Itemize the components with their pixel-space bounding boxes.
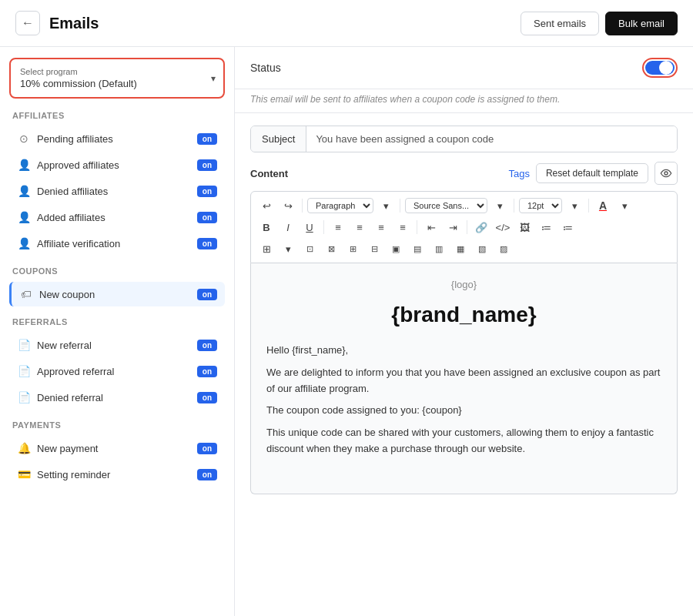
editor-container: Subject Content Tags Reset default templ…: [235, 113, 693, 616]
sidebar-item-denied-referral[interactable]: 📄 Denied referral on: [9, 385, 225, 410]
status-note: This email will be sent to affiliates wh…: [235, 89, 693, 113]
bold-button[interactable]: B: [257, 218, 276, 236]
table-action-2[interactable]: ▨: [494, 239, 513, 258]
table-action-1[interactable]: ▧: [473, 239, 491, 258]
reset-template-button[interactable]: Reset default template: [536, 163, 648, 183]
referral-approved-icon: 📄: [17, 365, 31, 377]
chevron-down-icon: ▾: [211, 73, 216, 84]
table-merge[interactable]: ▥: [430, 239, 448, 258]
paragraph-dropdown-icon[interactable]: ▾: [377, 196, 395, 215]
sidebar-item-affiliate-verification[interactable]: 👤 Affiliate verification on: [9, 231, 225, 256]
font-size-select[interactable]: 12pt: [519, 198, 562, 213]
table-row-after[interactable]: ⊟: [365, 239, 383, 258]
status-badge: on: [197, 186, 217, 197]
table-col-before[interactable]: ⊡: [300, 239, 319, 258]
table-col-after[interactable]: ⊠: [322, 239, 340, 258]
font-color-button[interactable]: A: [594, 196, 612, 215]
table-delete-row[interactable]: ▤: [408, 239, 427, 258]
bulk-email-button[interactable]: Bulk email: [605, 12, 678, 35]
align-left-button[interactable]: ≡: [329, 218, 347, 236]
status-badge: on: [197, 133, 217, 145]
svg-point-0: [665, 172, 668, 175]
link-button[interactable]: 🔗: [472, 218, 490, 236]
back-button[interactable]: ←: [15, 11, 40, 35]
preview-button[interactable]: [654, 162, 678, 185]
user-denied-icon: 👤: [17, 185, 31, 197]
table-row-before[interactable]: ⊞: [343, 239, 362, 258]
font-select[interactable]: Source Sans...: [405, 198, 487, 213]
toolbar-row-3: ⊞ ▾ ⊡ ⊠ ⊞ ⊟ ▣ ▤ ▥ ▦ ▧ ▨: [257, 239, 671, 258]
toggle-track: [645, 61, 675, 75]
image-button[interactable]: 🖼: [515, 218, 534, 236]
toolbar-row-1: ↩ ↪ Paragraph ▾ Source Sans... ▾: [257, 196, 671, 215]
header-actions: Sent emails Bulk email: [521, 12, 678, 35]
tags-link[interactable]: Tags: [508, 168, 529, 179]
align-right-button[interactable]: ≡: [372, 218, 390, 236]
font-dropdown-icon[interactable]: ▾: [490, 196, 509, 215]
sidebar-item-added-affiliates[interactable]: 👤 Added affiliates on: [9, 205, 225, 229]
table-dropdown[interactable]: ▾: [279, 239, 297, 258]
user-add-icon: 👤: [17, 211, 31, 223]
header-left: ← Emails: [15, 11, 99, 35]
code-button[interactable]: </>: [494, 218, 512, 236]
header: ← Emails Sent emails Bulk email: [0, 0, 693, 47]
underline-button[interactable]: U: [300, 218, 319, 236]
indent-left-button[interactable]: ⇤: [422, 218, 440, 236]
sidebar-item-label: Pending affiliates: [37, 133, 113, 145]
select-program-dropdown[interactable]: Select program 10% commission (Default) …: [9, 58, 225, 99]
align-justify-button[interactable]: ≡: [393, 218, 412, 236]
sidebar-item-approved-referral[interactable]: 📄 Approved referral on: [9, 359, 225, 383]
divider: [467, 220, 467, 234]
select-program-label: Select program: [20, 67, 214, 76]
card-icon: 💳: [17, 468, 31, 480]
fontsize-dropdown-icon[interactable]: ▾: [565, 196, 584, 215]
status-toggle[interactable]: [642, 58, 678, 78]
divider: [323, 220, 324, 234]
status-badge: on: [197, 212, 217, 223]
email-paragraph-1: We are delighted to inform you that you …: [266, 365, 661, 397]
toolbar-row-2: B I U ≡ ≡ ≡ ≡ ⇤ ⇥ 🔗 </> 🖼: [257, 218, 671, 236]
email-logo-placeholder: {logo}: [266, 279, 661, 290]
subject-row: Subject: [250, 126, 678, 152]
table-split[interactable]: ▦: [451, 239, 470, 258]
referral-denied-icon: 📄: [17, 391, 31, 403]
status-badge: on: [197, 289, 217, 300]
redo-button[interactable]: ↪: [279, 196, 297, 215]
sidebar-item-label: Denied referral: [37, 392, 103, 403]
ordered-list-button[interactable]: ≔: [558, 218, 577, 236]
editor-body[interactable]: {logo} {brand_name} Hello {first_name}, …: [250, 263, 678, 494]
font-color-dropdown[interactable]: ▾: [615, 196, 634, 215]
table-delete-col[interactable]: ▣: [387, 239, 405, 258]
paragraph-select[interactable]: Paragraph: [307, 198, 373, 213]
content-toolbar-row: Content Tags Reset default template: [250, 162, 678, 185]
sidebar-item-new-referral[interactable]: 📄 New referral on: [9, 333, 225, 357]
sidebar-item-denied-affiliates[interactable]: 👤 Denied affiliates on: [9, 179, 225, 203]
undo-button[interactable]: ↩: [257, 196, 276, 215]
payments-section-title: PAYMENTS: [12, 420, 225, 430]
sidebar-item-label: Affiliate verification: [37, 238, 120, 249]
status-badge: on: [197, 238, 217, 249]
email-paragraph-2: The coupon code assigned to you: {coupon…: [266, 403, 661, 419]
unordered-list-button[interactable]: ≔: [537, 218, 555, 236]
subject-input[interactable]: [306, 126, 677, 152]
sidebar-item-label: Setting reminder: [37, 469, 110, 480]
coupon-icon: 🏷: [19, 288, 33, 300]
sidebar-item-pending-affiliates[interactable]: ⊙ Pending affiliates on: [9, 126, 225, 151]
sidebar-item-approved-affiliates[interactable]: 👤 Approved affiliates on: [9, 152, 225, 177]
sidebar-item-setting-reminder[interactable]: 💳 Setting reminder on: [9, 462, 225, 487]
status-badge: on: [197, 443, 217, 454]
user-verify-icon: 👤: [17, 237, 31, 249]
sent-emails-button[interactable]: Sent emails: [521, 12, 599, 35]
sidebar-item-new-coupon[interactable]: 🏷 New coupon on: [9, 282, 225, 306]
table-button[interactable]: ⊞: [257, 239, 276, 258]
email-brand-placeholder: {brand_name}: [266, 303, 661, 327]
italic-button[interactable]: I: [279, 218, 297, 236]
editor-toolbar: ↩ ↪ Paragraph ▾ Source Sans... ▾: [250, 191, 678, 263]
sidebar-item-label: New referral: [37, 340, 92, 351]
user-icon: 👤: [17, 159, 31, 171]
indent-right-button[interactable]: ⇥: [444, 218, 462, 236]
content-area: Status This email will be sent to affili…: [235, 47, 693, 616]
sidebar-item-new-payment[interactable]: 🔔 New payment on: [9, 436, 225, 460]
status-badge: on: [197, 159, 217, 171]
align-center-button[interactable]: ≡: [350, 218, 369, 236]
